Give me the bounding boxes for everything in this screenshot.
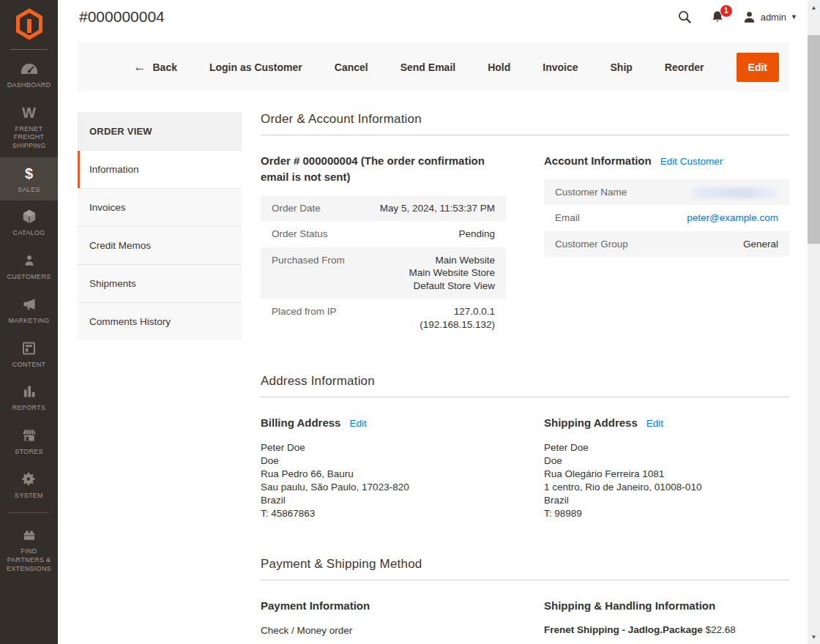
sidebar-item-catalog[interactable]: CATALOG bbox=[0, 201, 58, 244]
sidebar-item-label: CUSTOMERS bbox=[7, 273, 51, 282]
tab-comments-history[interactable]: Comments History bbox=[78, 302, 242, 340]
sidebar-item-label: MARKETING bbox=[8, 317, 49, 326]
section-address: Address Information Billing Address Edit… bbox=[261, 374, 789, 520]
sales-icon: $ bbox=[25, 165, 33, 182]
order-status-value: Pending bbox=[368, 221, 506, 247]
customers-icon bbox=[23, 252, 36, 269]
sidebar-item-reports[interactable]: REPORTS bbox=[0, 375, 58, 419]
section-order-account: Order & Account Information Order # 0000… bbox=[261, 112, 789, 337]
login-as-customer-button[interactable]: Login as Customer bbox=[209, 61, 302, 73]
billing-address-text: Peter Doe Doe Rua Pedro 66, Bauru Sau pa… bbox=[261, 441, 506, 520]
sidebar-item-system[interactable]: SYSTEM bbox=[0, 463, 58, 507]
scroll-up-arrow[interactable]: ▲ bbox=[808, 1, 820, 13]
order-view-title: ORDER VIEW bbox=[78, 112, 242, 151]
chevron-down-icon: ▼ bbox=[791, 13, 797, 20]
frenet-icon: W bbox=[22, 104, 36, 121]
sidebar-item-find-partners-extensions[interactable]: FIND PARTNERS & EXTENSIONS bbox=[0, 519, 58, 580]
sidebar-divider bbox=[9, 512, 49, 513]
admin-username: admin bbox=[761, 12, 786, 23]
admin-sidebar: DASHBOARD W FRENET FREIGHT SHIPPING $ SA… bbox=[0, 0, 58, 644]
section-title: Address Information bbox=[261, 374, 789, 397]
customer-group-value: General bbox=[652, 231, 789, 258]
system-icon bbox=[21, 471, 37, 488]
scrollbar-thumb[interactable] bbox=[808, 35, 820, 244]
payment-information-title: Payment Information bbox=[261, 598, 506, 614]
sidebar-item-label: DASHBOARD bbox=[7, 81, 51, 90]
shipping-method-price: $22.68 bbox=[706, 624, 736, 635]
back-arrow-icon: ← bbox=[134, 60, 146, 75]
table-row: Order Date May 5, 2024, 11:53:37 PM bbox=[261, 195, 506, 222]
billing-address-title: Billing Address bbox=[261, 415, 340, 431]
reports-icon bbox=[22, 383, 37, 400]
sidebar-item-customers[interactable]: CUSTOMERS bbox=[0, 244, 58, 288]
user-icon bbox=[742, 10, 756, 24]
sidebar-item-marketing[interactable]: MARKETING bbox=[0, 288, 58, 332]
admin-menu[interactable]: admin ▼ bbox=[742, 10, 797, 24]
shipping-handling-block: Shipping & Handling Information Frenet S… bbox=[544, 598, 789, 635]
main-area: #000000004 1 admin ▼ ← Back Login as Cus… bbox=[58, 0, 808, 644]
notifications-button[interactable]: 1 bbox=[710, 10, 725, 25]
catalog-icon bbox=[21, 208, 37, 225]
sidebar-item-label: FRENET FREIGHT SHIPPING bbox=[1, 125, 56, 151]
edit-customer-link[interactable]: Edit Customer bbox=[660, 156, 723, 167]
tab-information[interactable]: Information bbox=[78, 151, 242, 188]
search-icon[interactable] bbox=[676, 9, 693, 25]
sidebar-item-label: REPORTS bbox=[12, 404, 45, 413]
ship-button[interactable]: Ship bbox=[611, 61, 633, 73]
stores-icon bbox=[21, 427, 37, 444]
reorder-button[interactable]: Reorder bbox=[665, 61, 704, 73]
customer-email-link[interactable]: peter@example.com bbox=[687, 212, 778, 223]
page-header: #000000004 1 admin ▼ bbox=[58, 0, 808, 35]
order-info-table: Order Date May 5, 2024, 11:53:37 PM Orde… bbox=[261, 195, 506, 338]
table-row: Email peter@example.com bbox=[544, 205, 789, 231]
sidebar-item-content[interactable]: CONTENT bbox=[0, 332, 58, 376]
billing-address-block: Billing Address Edit Peter Doe Doe Rua P… bbox=[261, 415, 506, 520]
shipping-handling-title: Shipping & Handling Information bbox=[544, 598, 789, 614]
extensions-icon bbox=[21, 526, 37, 544]
table-row: Purchased From Main Website Main Website… bbox=[261, 247, 506, 299]
payment-information-block: Payment Information Check / Money order … bbox=[261, 598, 506, 644]
sidebar-item-sales[interactable]: $ SALES bbox=[0, 157, 58, 201]
tab-shipments[interactable]: Shipments bbox=[78, 264, 242, 302]
scroll-down-arrow[interactable]: ▼ bbox=[808, 631, 820, 643]
cancel-button[interactable]: Cancel bbox=[335, 61, 368, 73]
sidebar-item-label: CONTENT bbox=[12, 361, 46, 370]
tab-invoices[interactable]: Invoices bbox=[78, 188, 242, 226]
edit-billing-address-link[interactable]: Edit bbox=[349, 418, 366, 429]
table-row: Customer Name bbox=[544, 179, 789, 206]
magento-logo-icon bbox=[15, 8, 44, 40]
magento-logo[interactable] bbox=[0, 0, 58, 49]
order-actions-toolbar: ← Back Login as Customer Cancel Send Ema… bbox=[78, 42, 789, 91]
page-scrollbar[interactable]: ▲ ▼ bbox=[808, 0, 820, 644]
notification-badge: 1 bbox=[720, 4, 733, 18]
back-button[interactable]: ← Back bbox=[134, 60, 177, 75]
send-email-button[interactable]: Send Email bbox=[400, 61, 455, 73]
sidebar-item-stores[interactable]: STORES bbox=[0, 419, 58, 463]
table-row: Order Status Pending bbox=[261, 221, 506, 247]
sidebar-item-label: FIND PARTNERS & EXTENSIONS bbox=[1, 547, 56, 573]
section-title: Order & Account Information bbox=[261, 112, 789, 135]
hold-button[interactable]: Hold bbox=[488, 61, 510, 73]
shipping-address-block: Shipping Address Edit Peter Doe Doe Rua … bbox=[544, 415, 789, 520]
shipping-method: Frenet Shipping - Jadlog.Package $22.68 bbox=[544, 624, 789, 635]
section-title: Payment & Shipping Method bbox=[261, 557, 789, 580]
order-view-panel: ORDER VIEW Information Invoices Credit M… bbox=[78, 112, 242, 340]
sidebar-item-dashboard[interactable]: DASHBOARD bbox=[0, 53, 58, 97]
edit-button[interactable]: Edit bbox=[737, 53, 779, 82]
shipping-method-name: Frenet Shipping - Jadlog.Package bbox=[544, 624, 703, 635]
edit-shipping-address-link[interactable]: Edit bbox=[646, 418, 663, 429]
tab-credit-memos[interactable]: Credit Memos bbox=[78, 226, 242, 264]
order-content: ORDER VIEW Information Invoices Credit M… bbox=[58, 91, 808, 644]
dashboard-icon bbox=[20, 60, 39, 78]
sidebar-item-label: STORES bbox=[15, 448, 43, 457]
sidebar-item-label: SALES bbox=[18, 186, 40, 195]
sidebar-divider bbox=[10, 49, 48, 50]
content-icon bbox=[21, 340, 37, 357]
invoice-button[interactable]: Invoice bbox=[543, 61, 578, 73]
order-details: Order & Account Information Order # 0000… bbox=[261, 112, 789, 644]
table-row: Customer Group General bbox=[544, 231, 789, 258]
order-information-block: Order # 000000004 (The order confirmatio… bbox=[261, 153, 506, 337]
sidebar-item-frenet-freight-shipping[interactable]: W FRENET FREIGHT SHIPPING bbox=[0, 97, 58, 157]
header-actions: 1 admin ▼ bbox=[676, 6, 797, 25]
sidebar-item-label: SYSTEM bbox=[15, 492, 43, 501]
